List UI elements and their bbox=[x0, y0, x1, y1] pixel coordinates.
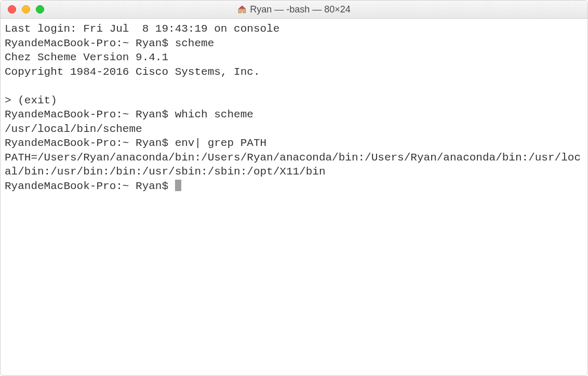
terminal-line: Copyright 1984-2016 Cisco Systems, Inc. bbox=[5, 65, 583, 79]
home-icon bbox=[237, 5, 247, 14]
titlebar: Ryan — -bash — 80×24 bbox=[1, 1, 587, 19]
terminal-line: RyandeMacBook-Pro:~ Ryan$ which scheme bbox=[5, 108, 583, 122]
shell-prompt: RyandeMacBook-Pro:~ Ryan$ bbox=[5, 137, 175, 149]
terminal-line: RyandeMacBook-Pro:~ Ryan$ scheme bbox=[5, 36, 583, 51]
traffic-lights bbox=[1, 5, 44, 14]
terminal-line: PATH=/Users/Ryan/anaconda/bin:/Users/Rya… bbox=[5, 151, 583, 179]
terminal-line bbox=[5, 79, 583, 93]
terminal-body[interactable]: Last login: Fri Jul 8 19:43:19 on consol… bbox=[1, 19, 587, 196]
terminal-line: /usr/local/bin/scheme bbox=[5, 122, 583, 137]
window-title: Ryan — -bash — 80×24 bbox=[250, 4, 351, 15]
minimize-button[interactable] bbox=[22, 5, 30, 14]
terminal-line: Chez Scheme Version 9.4.1 bbox=[5, 50, 583, 65]
terminal-line: Last login: Fri Jul 8 19:43:19 on consol… bbox=[5, 22, 583, 36]
shell-prompt: RyandeMacBook-Pro:~ Ryan$ bbox=[5, 37, 175, 49]
shell-prompt: RyandeMacBook-Pro:~ Ryan$ bbox=[5, 109, 175, 120]
shell-command: which scheme bbox=[175, 109, 253, 120]
terminal-line: RyandeMacBook-Pro:~ Ryan$ env| grep PATH bbox=[5, 136, 583, 151]
shell-command: scheme bbox=[175, 37, 215, 49]
maximize-button[interactable] bbox=[36, 5, 44, 14]
terminal-line: RyandeMacBook-Pro:~ Ryan$ bbox=[5, 179, 583, 194]
shell-prompt: RyandeMacBook-Pro:~ Ryan$ bbox=[5, 180, 175, 192]
shell-command: env| grep PATH bbox=[175, 137, 266, 149]
window-title-wrap: Ryan — -bash — 80×24 bbox=[1, 4, 587, 15]
cursor-icon bbox=[175, 180, 181, 191]
terminal-line: > (exit) bbox=[5, 93, 583, 108]
close-button[interactable] bbox=[8, 5, 16, 14]
